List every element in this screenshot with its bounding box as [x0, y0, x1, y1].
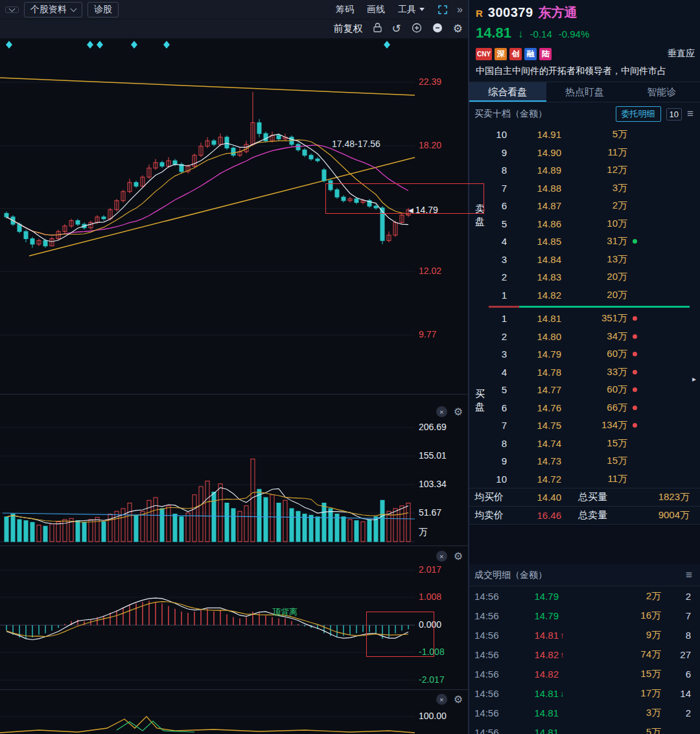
zoom-out-icon[interactable] [432, 23, 443, 36]
order-row-buy[interactable]: 514.7760万 [489, 381, 700, 399]
order-row-buy[interactable]: 714.75134万 [489, 417, 700, 435]
pane-settings-icon[interactable]: ⚙ [454, 406, 463, 418]
order-price: 14.87 [507, 200, 561, 211]
tab-1[interactable]: 综合看盘 [469, 82, 546, 102]
order-row-buy[interactable]: 1014.7211万 [489, 470, 700, 488]
drawline-button[interactable]: 画线 [367, 4, 385, 16]
stock-info-label: 个股资料 [30, 4, 67, 16]
order-level: 1 [489, 290, 507, 301]
order-price: 14.89 [507, 165, 561, 176]
order-row-buy[interactable]: 814.7415万 [489, 435, 700, 453]
collapsed-dropdown[interactable] [5, 6, 19, 13]
order-amount: 66万 [561, 402, 627, 414]
entrust-detail-button[interactable]: 委托明细 [616, 106, 661, 122]
order-row-sell[interactable]: 314.8413万 [489, 251, 700, 269]
order-price: 14.73 [507, 455, 561, 466]
order-row-sell[interactable]: 414.8531万 [489, 233, 700, 251]
order-amount: 10万 [561, 218, 627, 230]
zoom-in-icon[interactable] [412, 23, 422, 36]
close-pane-icon[interactable]: × [436, 694, 447, 705]
order-row-buy[interactable]: 114.81351万 [489, 310, 700, 328]
red-dot-icon [633, 423, 637, 428]
drawing-rect-annotation[interactable] [366, 612, 434, 657]
order-amount: 12万 [561, 164, 627, 176]
order-row-buy[interactable]: 314.7960万 [489, 345, 700, 363]
quote-header: R 300379 东方通 14.81 ↓ -0.14 -0.94% [469, 0, 700, 43]
trade-amount: 3万 [569, 707, 661, 719]
adjust-mode-button[interactable]: 前复权 [334, 23, 363, 35]
pane-settings-icon[interactable]: ⚙ [454, 550, 463, 562]
order-row-sell[interactable]: 614.872万 [489, 197, 700, 215]
buy-ratio-segment [519, 306, 690, 308]
red-dot-icon [633, 316, 637, 321]
axis-label: 2.017 [419, 564, 441, 575]
fullscreen-icon[interactable] [438, 5, 448, 15]
order-amount: 5万 [561, 128, 627, 141]
order-row-sell[interactable]: 714.883万 [489, 179, 700, 198]
pane-divider[interactable] [0, 689, 468, 690]
margin-flag: R [476, 8, 483, 19]
panel-spacer [469, 524, 700, 564]
diagnose-label: 诊股 [94, 4, 112, 16]
order-dot-cell [627, 387, 642, 392]
axis-label: 206.69 [419, 422, 447, 432]
order-row-sell[interactable]: 914.9011万 [489, 144, 700, 162]
avg-buy-price: 14.40 [512, 492, 561, 503]
tab-3[interactable]: 智能诊 [623, 82, 700, 102]
order-price: 14.72 [507, 474, 561, 485]
lock-icon[interactable] [373, 23, 382, 35]
order-row-buy[interactable]: 914.7315万 [489, 452, 700, 470]
order-amount: 34万 [561, 330, 627, 343]
menu-icon[interactable]: ≡ [687, 108, 694, 120]
red-dot-icon [633, 352, 637, 356]
order-level: 7 [489, 183, 507, 194]
order-level: 6 [489, 402, 507, 413]
chips-button[interactable]: 筹码 [336, 4, 354, 16]
order-row-buy[interactable]: 614.7666万 [489, 399, 700, 417]
order-level: 9 [489, 147, 507, 158]
order-level: 8 [489, 165, 507, 176]
market-badge: 陆 [539, 48, 552, 60]
order-row-sell[interactable]: 514.8610万 [489, 215, 700, 233]
order-row-sell[interactable]: 214.8320万 [489, 268, 700, 286]
stock-info-dropdown[interactable]: 个股资料 [24, 2, 82, 17]
trade-count: 2 [661, 707, 691, 718]
green-dot-icon [633, 239, 637, 244]
trade-price: 14.81 [508, 688, 559, 699]
diagnose-button[interactable]: 诊股 [88, 2, 119, 17]
order-row-buy[interactable]: 214.8034万 [489, 328, 700, 346]
company-description: 中国自主中间件的开拓者和领导者，中间件市占 [476, 65, 700, 77]
level-count-box[interactable]: 10 [666, 108, 682, 120]
tab-2[interactable]: 热点盯盘 [546, 82, 624, 102]
chart-area[interactable]: 22.3918.2012.029.77206.69155.01103.3451.… [0, 0, 468, 734]
orderbook-title: 买卖十档（金额） [474, 108, 611, 120]
menu-icon[interactable]: ≡ [686, 569, 692, 582]
down-arrow-icon: ↓ [559, 689, 569, 698]
order-amount: 15万 [561, 455, 627, 467]
pane-divider[interactable] [0, 394, 468, 395]
trade-row: 14:5614.81↑9万8 [469, 625, 700, 645]
more-chevron-icon[interactable]: » [457, 4, 463, 16]
order-row-sell[interactable]: 1014.915万 [489, 126, 700, 144]
settings-gear-icon[interactable]: ⚙ [453, 23, 463, 34]
close-pane-icon[interactable]: × [436, 406, 447, 417]
panel-resize-handle-icon[interactable]: ▸ [692, 374, 696, 384]
pane-settings-icon[interactable]: ⚙ [454, 693, 463, 705]
close-pane-icon[interactable]: × [436, 551, 447, 562]
trade-row: 14:5614.82↑74万27 [469, 645, 700, 664]
order-level: 9 [489, 455, 507, 466]
pane-divider[interactable] [0, 545, 468, 546]
orderbook-header: 买卖十档（金额） 委托明细 10 ≡ [469, 102, 700, 126]
drawing-rect-annotation[interactable] [325, 183, 484, 214]
order-row-sell[interactable]: 114.8220万 [489, 286, 700, 304]
order-price: 14.82 [507, 290, 561, 301]
quote-tabs: 综合看盘热点盯盘智能诊 [469, 82, 700, 102]
order-level: 6 [489, 200, 507, 211]
undo-icon[interactable]: ↺ [392, 23, 401, 34]
order-row-sell[interactable]: 814.8912万 [489, 161, 700, 179]
market-badges: CNY深创融陆垂直应 [476, 47, 694, 60]
order-dot-cell [627, 316, 642, 321]
tools-dropdown[interactable]: 工具 [398, 4, 425, 16]
buy-sell-ratio-bar [489, 306, 690, 308]
order-row-buy[interactable]: 414.7833万 [489, 363, 700, 382]
